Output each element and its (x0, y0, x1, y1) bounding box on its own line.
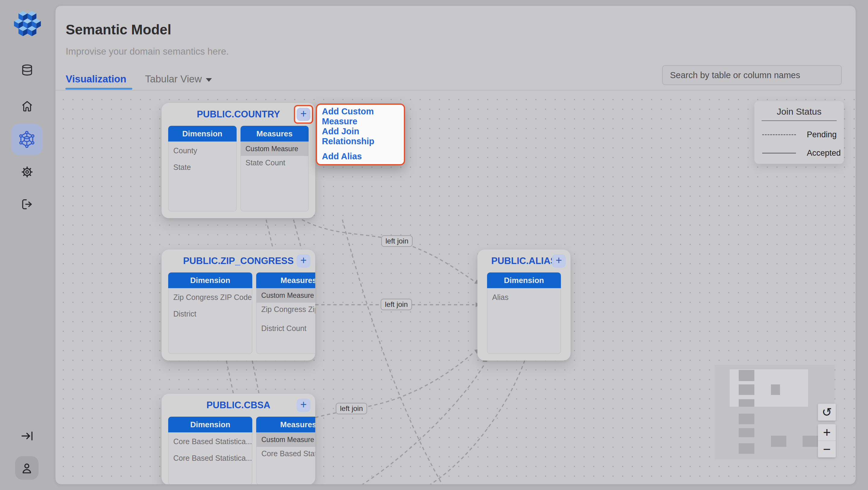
dimension-item[interactable]: Core Based Statistica... (168, 449, 252, 466)
add-button[interactable]: + (297, 108, 310, 121)
legend-title: Join Status (754, 107, 844, 117)
join-label[interactable]: left join (336, 403, 367, 414)
accepted-line-sample (762, 153, 796, 153)
dimension-item[interactable]: County (168, 142, 236, 158)
node-title: PUBLIC.ALIAS (491, 256, 557, 266)
database-icon (21, 64, 34, 77)
search-box (662, 65, 842, 85)
chevron-down-icon (206, 78, 212, 82)
join-label[interactable]: left join (381, 235, 412, 247)
dimension-column: Dimension Alias (487, 272, 561, 354)
node-title: PUBLIC.ZIP_CONGRESS (183, 256, 294, 266)
column-header: Dimension (168, 417, 252, 432)
menu-item-add-join-relationship[interactable]: Add Join Relationship (322, 126, 404, 146)
add-button[interactable]: + (297, 399, 310, 412)
semantic-model-icon (18, 130, 36, 149)
sidebar-item-logout[interactable] (18, 195, 37, 214)
model-canvas[interactable]: left join left join left join PUBLIC.COU… (56, 90, 856, 485)
sidebar-item-settings[interactable] (18, 162, 37, 182)
measure-item[interactable]: State Count (241, 156, 309, 173)
measure-item[interactable]: Zip Congress Zip Cod... (256, 302, 315, 319)
join-label-text: left join (385, 237, 408, 245)
node-public-country[interactable]: PUBLIC.COUNTRY + Dimension County State (161, 103, 315, 218)
active-tab-underline (65, 88, 132, 90)
sidebar-item-semantic-model[interactable] (11, 124, 42, 155)
column-header: Measures (256, 417, 315, 432)
join-label-text: left join (385, 300, 408, 309)
custom-measure-row[interactable]: Custom Measure (241, 142, 309, 156)
node-title: PUBLIC.CBSA (207, 400, 270, 411)
menu-item-add-alias[interactable]: Add Alias (322, 146, 404, 166)
zoom-in-button[interactable]: + (818, 424, 836, 441)
semantic-model-app: Semantic Model Improvise your domain sem… (0, 0, 868, 490)
legend-label-pending: Pending (807, 130, 837, 139)
add-button[interactable]: + (552, 254, 566, 268)
custom-measure-row[interactable]: Custom Measure (256, 288, 315, 302)
column-header: Dimension (487, 272, 561, 288)
measure-item[interactable]: Core Based Statistica... (256, 447, 315, 463)
measures-column: Measures Custom Measure State Count (241, 126, 309, 211)
zoom-controls: + − (818, 424, 836, 457)
add-button[interactable]: + (297, 254, 310, 268)
node-header: PUBLIC.COUNTRY + (161, 103, 315, 126)
minimap[interactable] (715, 365, 835, 459)
user-avatar[interactable] (15, 456, 38, 480)
menu-item-add-custom-measure[interactable]: Add Custom Measure (322, 107, 404, 126)
tab-tabular-view[interactable]: Tabular View (145, 73, 212, 85)
dimension-item[interactable]: District (168, 305, 252, 321)
page-title: Semantic Model (66, 22, 171, 38)
dimension-item[interactable]: Alias (487, 288, 561, 305)
dimension-item[interactable]: State (168, 158, 236, 175)
dimension-column: Dimension Zip Congress ZIP Code District (168, 272, 252, 354)
home-icon (21, 99, 34, 113)
column-header: Dimension (168, 272, 252, 288)
node-public-zip-congress[interactable]: PUBLIC.ZIP_CONGRESS + Dimension Zip Cong… (161, 250, 315, 361)
arrow-to-bar-icon (21, 429, 34, 443)
node-header: PUBLIC.CBSA + (161, 394, 315, 417)
custom-measure-row[interactable]: Custom Measure (256, 432, 315, 447)
tab-visualization[interactable]: Visualization (66, 73, 126, 85)
add-context-menu: Add Custom Measure Add Join Relationship… (316, 104, 405, 165)
column-header: Measures (241, 126, 309, 142)
user-icon (20, 461, 34, 475)
legend-label-accepted: Accepted (807, 148, 841, 158)
pending-line-sample (762, 134, 796, 135)
reset-view-button[interactable]: ↺ (818, 404, 836, 421)
logout-icon (21, 198, 34, 211)
node-public-cbsa[interactable]: PUBLIC.CBSA + Dimension Core Based Stati… (161, 394, 315, 485)
rotate-ccw-icon: ↺ (822, 405, 832, 419)
measures-column: Measures Custom Measure Zip Congress Zip… (256, 272, 315, 354)
dimension-item[interactable]: Core Based Statistica... (168, 432, 252, 449)
join-label[interactable]: left join (381, 299, 412, 310)
dimension-column: Dimension County State (168, 126, 237, 211)
node-title: PUBLIC.COUNTRY (197, 109, 280, 120)
column-header: Measures (256, 272, 315, 288)
main-panel: Semantic Model Improvise your domain sem… (55, 5, 856, 485)
app-logo-icon (12, 9, 43, 38)
legend-divider (762, 120, 837, 121)
column-header: Dimension (168, 126, 237, 142)
sidebar-collapse-button[interactable] (18, 426, 37, 445)
node-public-alias[interactable]: PUBLIC.ALIAS + Dimension Alias (477, 250, 570, 361)
join-label-text: left join (340, 404, 363, 413)
tab-bar: Visualization Tabular View (66, 73, 212, 85)
measure-item[interactable]: District Count (256, 319, 315, 336)
tab-tabular-view-label: Tabular View (145, 73, 202, 85)
search-input[interactable] (662, 65, 842, 85)
zoom-out-button[interactable]: − (818, 441, 836, 457)
annotation-highlight-box: + (294, 105, 313, 124)
node-header: PUBLIC.ZIP_CONGRESS + (161, 250, 315, 272)
node-header: PUBLIC.ALIAS + (477, 250, 570, 272)
dimension-column: Dimension Core Based Statistica... Core … (168, 417, 252, 485)
page-subtitle: Improvise your domain semantics here. (66, 46, 229, 57)
sidebar-item-home[interactable] (18, 96, 37, 116)
measures-column: Measures Custom Measure Core Based Stati… (256, 417, 315, 485)
gear-icon (21, 165, 34, 179)
join-status-legend: Join Status Pending Accepted (754, 101, 844, 164)
sidebar (0, 0, 55, 490)
dimension-item[interactable]: Zip Congress ZIP Code (168, 288, 252, 305)
sidebar-item-data-sources[interactable] (18, 61, 37, 80)
